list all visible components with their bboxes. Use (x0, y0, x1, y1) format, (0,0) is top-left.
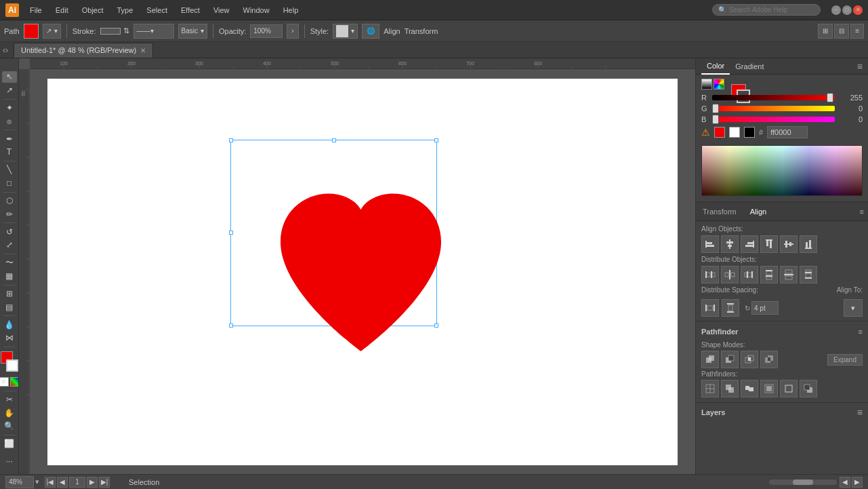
handle-bl[interactable] (229, 324, 233, 328)
lasso-tool[interactable]: ⌾ (2, 115, 17, 127)
trim-btn[interactable] (721, 380, 739, 397)
more-btn[interactable]: ≡ (850, 24, 864, 39)
menu-view[interactable]: View (208, 5, 235, 16)
minus-front-btn[interactable] (721, 351, 739, 368)
dist-v-space-btn[interactable] (722, 299, 739, 317)
search-input[interactable] (729, 6, 815, 14)
align-top-btn[interactable] (760, 235, 778, 253)
more-tools-btn[interactable]: ··· (2, 451, 17, 471)
menu-file[interactable]: File (24, 5, 47, 16)
align-left-btn[interactable] (701, 235, 719, 253)
first-page-btn[interactable]: |◀ (45, 477, 56, 488)
document-tab[interactable]: Untitled-1* @ 48 % (RGB/Preview) ✕ (14, 43, 153, 58)
transform-tab[interactable]: Transform (696, 202, 743, 221)
globe-btn[interactable]: 🌐 (362, 24, 379, 39)
page-input[interactable] (69, 477, 85, 488)
rect-tool[interactable]: □ (2, 177, 17, 189)
zoom-tool[interactable]: 🔍 (2, 420, 17, 432)
stroke-swatch-left[interactable] (6, 359, 18, 372)
handle-ml[interactable] (229, 231, 233, 235)
gamut-warning-icon[interactable] (714, 127, 725, 138)
expand-button[interactable]: Expand (827, 354, 863, 366)
invert-icon[interactable] (744, 127, 755, 138)
scissors-tool[interactable]: ✂ (2, 394, 17, 406)
stroke-dropdown[interactable]: ↗▾ (43, 24, 61, 39)
gradient-tool[interactable]: ▤ (2, 301, 17, 313)
graph-tool[interactable]: ▦ (2, 270, 17, 281)
crop-btn[interactable] (760, 380, 778, 397)
gradient-icon[interactable] (10, 377, 20, 387)
b-slider-thumb[interactable] (712, 115, 719, 124)
stroke-style-dropdown[interactable]: Basic▾ (178, 24, 207, 39)
maximize-button[interactable]: □ (842, 5, 852, 15)
type-tool[interactable]: T (2, 146, 17, 157)
warp-tool[interactable]: 〜 (2, 257, 17, 269)
scroll-right-btn[interactable]: ▶ (852, 477, 863, 488)
search-box[interactable]: 🔍 (712, 4, 821, 16)
color-spectrum[interactable] (701, 145, 863, 196)
ellipsis-icon[interactable]: ··· (2, 454, 17, 469)
align-tab[interactable]: Align (743, 202, 773, 221)
handle-tm[interactable] (332, 138, 336, 142)
stroke-width-dropdown[interactable]: ——▾ (133, 24, 174, 39)
g-slider[interactable] (712, 106, 835, 111)
last-page-btn[interactable]: ▶| (99, 477, 110, 488)
prev-page-btn[interactable]: ◀ (57, 477, 68, 488)
merge-btn[interactable] (741, 380, 758, 397)
brush-tool[interactable]: ⬡ (2, 195, 17, 206)
gradient-tab[interactable]: Gradient (730, 58, 769, 75)
scale-tool[interactable]: ⤢ (2, 239, 17, 250)
minimize-button[interactable]: − (831, 5, 841, 15)
selection-tool[interactable]: ↖ (2, 71, 17, 83)
heart-shape[interactable] (257, 177, 468, 374)
stroke-arrows[interactable]: ⇅ (123, 26, 129, 35)
blend-tool[interactable]: ⋈ (2, 332, 17, 343)
style-dropdown[interactable]: ▾ (333, 24, 358, 39)
align-middle-v-btn[interactable] (780, 235, 798, 253)
layers-panel[interactable]: Layers ≡ (696, 402, 868, 421)
mesh-tool[interactable]: ⊞ (2, 288, 17, 299)
stroke-swatch[interactable] (100, 28, 121, 35)
align-bottom-btn[interactable] (800, 235, 817, 253)
align-panel-options[interactable]: ≡ (860, 208, 868, 216)
scroll-thumb[interactable] (793, 480, 813, 485)
pencil-tool[interactable]: ✏ (2, 208, 17, 220)
menu-select[interactable]: Select (141, 5, 173, 16)
handle-tr[interactable] (434, 138, 438, 142)
align-right-btn[interactable] (741, 235, 758, 253)
unite-btn[interactable] (701, 351, 719, 368)
divide-btn[interactable] (701, 380, 719, 397)
color-panel-options[interactable]: ≡ (857, 61, 863, 72)
r-slider[interactable] (712, 95, 835, 100)
handle-tl[interactable] (229, 138, 233, 142)
zoom-dropdown-arrow[interactable]: ▾ (35, 477, 39, 486)
intersect-btn[interactable] (741, 351, 758, 368)
menu-object[interactable]: Object (77, 5, 109, 16)
dist-top-btn[interactable] (760, 266, 778, 283)
r-slider-thumb[interactable] (827, 93, 833, 102)
hand-tool[interactable]: ✋ (2, 407, 17, 418)
align-to-dropdown-btn[interactable]: ▾ (844, 299, 863, 317)
line-tool[interactable]: ╲ (2, 164, 17, 176)
magic-wand-tool[interactable]: ✦ (2, 102, 17, 113)
color-tab[interactable]: Color (701, 58, 730, 75)
align-center-h-btn[interactable] (721, 235, 739, 253)
dist-spacing-input[interactable] (751, 301, 779, 315)
fill-color-box[interactable] (24, 24, 39, 39)
direct-selection-tool[interactable]: ↗ (2, 84, 17, 96)
workspace-btn[interactable]: ⊟ (834, 24, 849, 39)
color-wheel-icon[interactable] (714, 79, 724, 90)
opacity-input[interactable] (250, 24, 283, 38)
rotate-tool[interactable]: ↺ (2, 226, 17, 237)
exclude-btn[interactable] (760, 351, 778, 368)
web-safe-icon[interactable] (729, 127, 740, 138)
artboard-tool[interactable]: ⬜ (2, 438, 17, 450)
horizontal-scrollbar[interactable] (769, 480, 837, 485)
menu-edit[interactable]: Edit (50, 5, 74, 16)
hex-input[interactable] (767, 126, 808, 138)
menu-help[interactable]: Help (278, 5, 304, 16)
menu-effect[interactable]: Effect (175, 5, 205, 16)
arrange-btn[interactable]: ⊞ (818, 24, 833, 39)
layers-options[interactable]: ≡ (857, 407, 863, 418)
none-icon[interactable]: ⊘ (0, 377, 9, 387)
